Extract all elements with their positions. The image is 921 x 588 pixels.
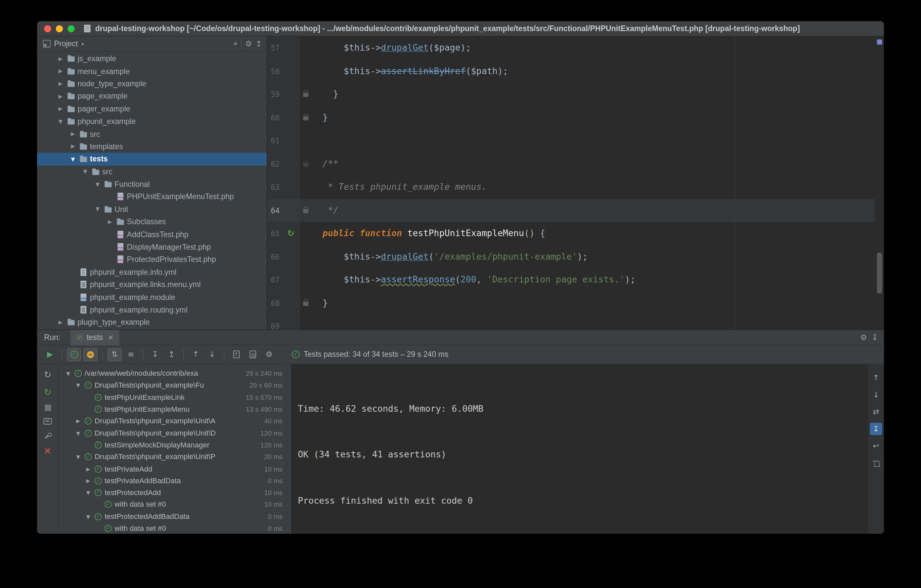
chevron-right-icon[interactable]: ▶ [57, 106, 65, 112]
jump-to-source-icon[interactable]: ⇄ [870, 406, 882, 418]
code-line[interactable]: 62 /** [267, 153, 884, 175]
line-number-gutter[interactable]: 57 [267, 36, 300, 60]
test-tree-scrollbar[interactable] [286, 364, 291, 534]
chevron-down-icon[interactable]: ▼ [93, 181, 102, 187]
chevron-right-icon[interactable]: ▶ [106, 219, 114, 225]
next-occurrence-button[interactable]: ↓ [205, 348, 219, 361]
code-line[interactable]: 61 [267, 129, 884, 153]
test-tree-item[interactable]: testPhpUnitExampleLink15 s 570 ms [59, 391, 286, 403]
project-header-title[interactable]: Project [54, 39, 78, 48]
project-tree-item[interactable]: ▶Subclasses [37, 216, 267, 228]
rerun-failed-icon[interactable]: ↻ [44, 387, 51, 398]
test-tree-item[interactable]: ▼/var/www/web/modules/contrib/exa29 s 24… [59, 367, 286, 379]
soft-wrap-icon[interactable]: ↩ [870, 440, 882, 452]
show-ignored-toggle[interactable] [83, 348, 98, 361]
down-arrow-icon[interactable]: ↓ [870, 388, 882, 401]
test-tree-item[interactable]: testSimpleMockDisplayManager120 ms [59, 439, 286, 451]
project-tree-item[interactable]: DisplayManagerTest.php [37, 241, 267, 253]
gear-icon[interactable]: ⚙ [860, 333, 867, 342]
chevron-down-icon[interactable]: ▼ [57, 119, 65, 124]
tab-tests[interactable]: tests × [71, 330, 119, 345]
close-tab-icon[interactable]: × [107, 333, 114, 342]
chevron-right-icon[interactable]: ▶ [69, 131, 77, 137]
chevron-down-icon[interactable]: ▼ [65, 371, 72, 377]
test-tree-item[interactable]: ▼Drupal\Tests\phpunit_example\Fu29 s 60 … [59, 379, 286, 391]
import-test-results-button[interactable] [246, 348, 260, 361]
pin-icon[interactable] [44, 432, 52, 440]
error-stripe[interactable] [875, 36, 884, 330]
test-tree-item[interactable]: ▼Drupal\Tests\phpunit_example\Unit\P20 m… [59, 451, 286, 463]
line-number-gutter[interactable]: 67 [267, 268, 300, 291]
project-tree-item[interactable]: ▼phpunit_example [37, 115, 267, 128]
chevron-right-icon[interactable]: ▶ [69, 143, 77, 149]
project-tree-item[interactable]: ▶menu_example [37, 65, 267, 77]
gear-icon[interactable]: ⚙ [245, 39, 252, 48]
minimize-window-button[interactable] [56, 25, 63, 32]
project-tree-item[interactable]: ▼Unit [37, 203, 267, 216]
line-number-gutter[interactable]: 69 [267, 315, 300, 330]
scroll-to-end-icon[interactable]: ↧ [870, 422, 882, 435]
code-line[interactable]: 67 $this->assertResponse(200, 'Descripti… [267, 268, 884, 291]
up-arrow-icon[interactable]: ↑ [870, 372, 882, 384]
project-tree-item[interactable]: ▼src [37, 166, 267, 178]
chevron-right-icon[interactable]: ▶ [57, 68, 65, 74]
collapse-all-icon[interactable]: ↥ [256, 39, 262, 48]
line-number-gutter[interactable]: 58 [267, 60, 300, 83]
line-number-gutter[interactable]: 60 [267, 106, 300, 129]
chevron-right-icon[interactable]: ▶ [57, 81, 65, 87]
chevron-down-icon[interactable]: ▼ [93, 206, 102, 212]
show-passed-toggle[interactable] [67, 348, 81, 361]
code-line[interactable]: 64 */ [267, 199, 884, 222]
project-tree-item[interactable]: ▶plugin_type_example [37, 316, 267, 329]
test-tree-item[interactable]: ▼testProtectedAdd10 ms [59, 487, 286, 499]
test-tree-item[interactable]: ▶testPrivateAdd10 ms [59, 463, 286, 475]
project-tree-item[interactable]: ▶src [37, 128, 267, 140]
project-tree-item[interactable]: AddClassTest.php [37, 228, 267, 241]
error-stripe-mark[interactable] [877, 39, 882, 45]
line-number-gutter[interactable]: 59 [267, 83, 300, 106]
editor[interactable]: 57 $this->drupalGet($page);58 $this->ass… [267, 36, 884, 330]
test-tree-item[interactable]: ▶Drupal\Tests\phpunit_example\Unit\A40 m… [59, 415, 286, 427]
previous-occurrence-button[interactable]: ↑ [189, 348, 203, 361]
project-tree-item[interactable]: ▶pager_example [37, 102, 267, 115]
window-titlebar[interactable]: drupal-testing-workshop [~/Code/os/drupa… [37, 21, 884, 36]
close-window-button[interactable] [44, 25, 51, 32]
project-tree-item[interactable]: ▶page_example [37, 90, 267, 102]
code-line[interactable]: 63 * Tests phpunit_example menus. [267, 175, 884, 199]
project-tree-item[interactable]: ▶node_type_example [37, 77, 267, 90]
code-line[interactable]: 68 } [267, 292, 884, 315]
test-tree-item[interactable]: ▶testPrivateAddBadData0 ms [59, 475, 286, 487]
zoom-window-button[interactable] [67, 25, 75, 32]
chevron-down-icon[interactable]: ▼ [69, 156, 77, 162]
project-tree-item[interactable]: ▶templates [37, 140, 267, 153]
test-tree-item[interactable]: testPhpUnitExampleMenu13 s 490 ms [59, 403, 286, 415]
code-line[interactable]: 57 $this->drupalGet($page); [267, 36, 884, 60]
chevron-down-icon[interactable]: ▼ [75, 430, 82, 436]
line-number-gutter[interactable]: 66 [267, 245, 300, 268]
test-tree-item[interactable]: ▼Drupal\Tests\phpunit_example\Unit\D120 … [59, 427, 286, 439]
project-tree-item[interactable]: phpunit_example.routing.yml [37, 304, 267, 316]
project-tree-item[interactable]: ▼Functional [37, 178, 267, 190]
hide-toolwindow-icon[interactable]: ↧ [872, 333, 878, 342]
line-number-gutter[interactable]: 62 [267, 153, 300, 175]
test-settings-button[interactable]: ⚙ [262, 348, 276, 361]
code-line[interactable]: 58 $this->assertLinkByHref($path); [267, 60, 884, 83]
chevron-down-icon[interactable]: ▼ [75, 454, 82, 460]
clear-console-icon[interactable] [870, 457, 882, 469]
line-number-gutter[interactable]: 68 [267, 292, 300, 315]
chevron-right-icon[interactable]: ▶ [85, 466, 92, 472]
test-tree-item[interactable]: ▼testProtectedAddBadData0 ms [59, 511, 286, 523]
chevron-right-icon[interactable]: ▶ [75, 418, 82, 424]
chevron-right-icon[interactable]: ▶ [85, 478, 92, 484]
rerun-tests-button[interactable]: ▶ [43, 348, 57, 361]
project-tree-item[interactable]: ▼tests [37, 153, 267, 166]
code-line[interactable]: 60 } [267, 106, 884, 129]
sort-alphabetically-toggle[interactable]: ⇅ [107, 348, 122, 361]
expand-all-button[interactable]: ↧ [148, 348, 163, 361]
history-icon[interactable]: ↻ [44, 369, 51, 380]
locate-file-icon[interactable]: ⌖ [233, 39, 238, 48]
project-tree-item[interactable]: PHPUnitExampleMenuTest.php [37, 190, 267, 203]
code-line[interactable]: 69 [267, 315, 884, 330]
code-line[interactable]: 66 $this->drupalGet('/examples/phpunit-e… [267, 245, 884, 268]
chevron-down-icon[interactable]: ▼ [75, 383, 82, 388]
